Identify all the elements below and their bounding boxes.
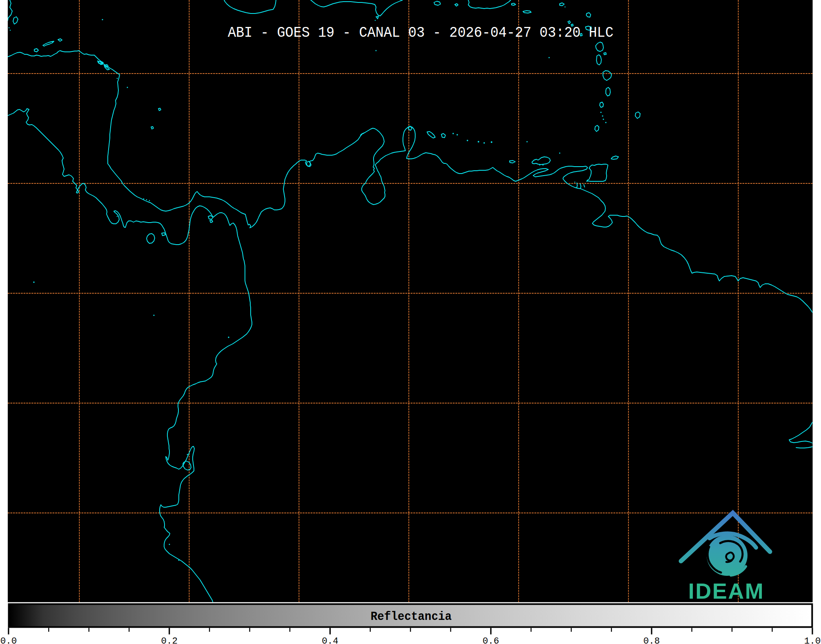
svg-text:0.2: 0.2 (161, 636, 178, 644)
svg-text:ABI - GOES 19 - CANAL 03 - 202: ABI - GOES 19 - CANAL 03 - 2026-04-27 03… (228, 25, 614, 41)
svg-text:0.0: 0.0 (0, 636, 17, 644)
svg-text:0.4: 0.4 (322, 636, 338, 644)
svg-text:0.8: 0.8 (643, 636, 660, 644)
svg-text:IDEAM: IDEAM (688, 579, 765, 603)
svg-text:0.6: 0.6 (483, 636, 499, 644)
svg-text:Reflectancia: Reflectancia (371, 610, 452, 624)
svg-text:1.0: 1.0 (804, 636, 821, 644)
